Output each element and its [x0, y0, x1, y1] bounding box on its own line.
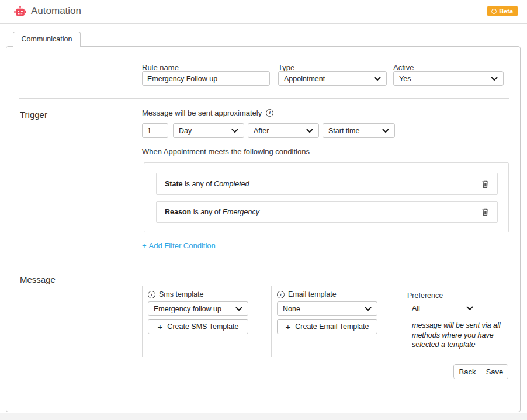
tab-communication[interactable]: Communication	[13, 32, 81, 47]
create-email-template-button[interactable]: + Create Email Template	[277, 319, 377, 334]
email-template-select-value: None	[283, 305, 300, 313]
chevron-down-icon	[306, 129, 313, 133]
plus-icon: +	[142, 241, 147, 250]
plus-icon: +	[158, 322, 163, 331]
beta-badge-label: Beta	[499, 8, 513, 15]
timing-label: Message will be sent approximately	[142, 109, 262, 117]
back-button[interactable]: Back	[454, 365, 481, 379]
save-button[interactable]: Save	[481, 365, 508, 379]
chevron-down-icon	[235, 307, 242, 311]
sms-template-label: Sms template	[159, 290, 203, 298]
plus-icon: +	[286, 322, 291, 331]
reference-select[interactable]: Start time	[323, 123, 395, 138]
divider	[19, 98, 509, 99]
rule-name-label: Rule name	[142, 63, 179, 72]
divider	[142, 286, 143, 357]
chevron-down-icon	[466, 306, 473, 311]
email-template-select[interactable]: None	[277, 301, 377, 316]
active-select[interactable]: Yes	[393, 71, 504, 86]
condition-field: State	[165, 180, 183, 188]
divider	[19, 391, 509, 391]
beta-circle-icon	[491, 9, 497, 14]
info-icon[interactable]: i	[266, 109, 273, 117]
create-email-template-label: Create Email Template	[295, 322, 369, 331]
condition-row: Reason is any of Emergency	[156, 201, 498, 223]
rule-name-input[interactable]	[142, 71, 270, 86]
create-sms-template-label: Create SMS Template	[167, 322, 238, 331]
type-label: Type	[278, 63, 294, 72]
add-filter-condition-label: Add Filter Condition	[149, 241, 216, 250]
condition-text: State is any of Completed	[165, 180, 480, 188]
preference-select-value: All	[412, 304, 420, 313]
conditions-label: When Appointment meets the following con…	[142, 147, 310, 156]
trash-icon	[481, 208, 489, 216]
divider	[271, 286, 272, 357]
preference-note: message will be sent via all methods whe…	[412, 321, 508, 350]
page-title: Automation	[31, 5, 81, 17]
delete-condition-button[interactable]	[480, 207, 490, 217]
chevron-down-icon	[382, 129, 389, 133]
create-sms-template-button[interactable]: + Create SMS Template	[148, 319, 248, 334]
trigger-section-title: Trigger	[20, 110, 47, 120]
condition-value: Emergency	[223, 208, 259, 216]
active-label: Active	[393, 63, 414, 72]
unit-select[interactable]: Day	[173, 123, 244, 138]
add-filter-condition-link[interactable]: + Add Filter Condition	[142, 241, 216, 250]
message-section-title: Message	[20, 275, 56, 284]
amount-input[interactable]	[142, 123, 168, 138]
unit-select-value: Day	[179, 127, 192, 135]
robot-icon	[14, 6, 26, 16]
conditions-container: State is any of Completed Reason is any …	[144, 162, 509, 232]
chevron-down-icon	[231, 129, 238, 133]
chevron-down-icon	[374, 77, 381, 81]
delete-condition-button[interactable]	[480, 179, 490, 189]
direction-select[interactable]: After	[248, 123, 319, 138]
email-template-label: Email template	[288, 290, 337, 298]
divider	[400, 286, 400, 357]
beta-badge: Beta	[487, 6, 518, 16]
divider	[19, 262, 509, 262]
app-header: Automation Beta	[0, 0, 527, 24]
preference-select[interactable]: All	[412, 304, 473, 313]
trash-icon	[481, 180, 489, 188]
condition-value: Completed	[214, 180, 249, 188]
brand: Automation	[14, 5, 81, 17]
footer-button-group: Back Save	[453, 364, 508, 379]
condition-text: Reason is any of Emergency	[165, 208, 480, 216]
reference-select-value: Start time	[328, 127, 360, 135]
condition-operator: is any of	[185, 180, 212, 188]
condition-row: State is any of Completed	[156, 173, 498, 195]
sms-template-select-value: Emergency follow up	[154, 305, 221, 313]
condition-field: Reason	[165, 208, 191, 216]
type-select[interactable]: Appointment	[278, 71, 387, 86]
condition-operator: is any of	[193, 208, 221, 216]
active-select-value: Yes	[399, 75, 411, 83]
chevron-down-icon	[491, 77, 498, 81]
rule-form-panel: Rule name Type Appointment Active Yes Tr…	[6, 46, 521, 412]
direction-select-value: After	[254, 127, 269, 135]
preference-label: Preference	[407, 291, 443, 300]
sms-template-select[interactable]: Emergency follow up	[148, 301, 248, 316]
type-select-value: Appointment	[284, 75, 325, 83]
info-icon[interactable]: i	[148, 291, 155, 298]
chevron-down-icon	[365, 307, 372, 311]
info-icon[interactable]: i	[277, 291, 285, 298]
page-bottom-strip	[0, 413, 527, 420]
